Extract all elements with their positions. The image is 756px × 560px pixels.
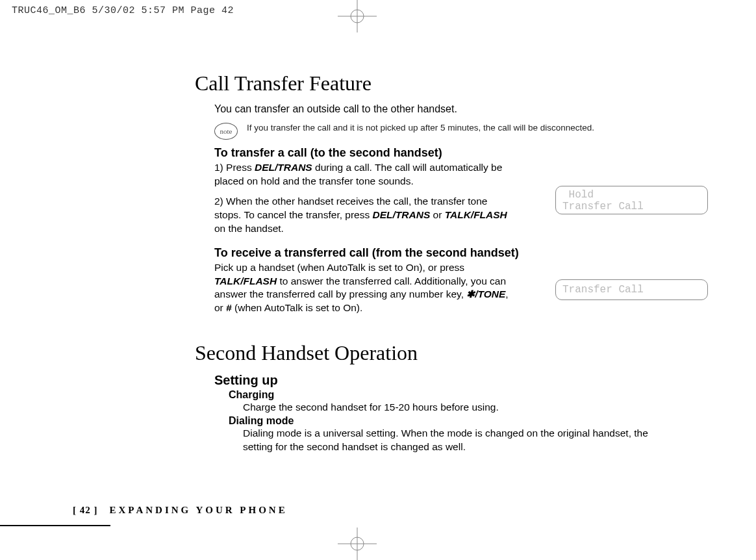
rcv-d: (when AutoTalk is set to On). xyxy=(232,302,363,313)
heading-dialing-mode: Dialing mode xyxy=(229,415,682,427)
heading-to-transfer: To transfer a call (to the second handse… xyxy=(214,146,682,160)
note-row: note If you transfer the call and it is … xyxy=(214,123,682,140)
receive-body: Pick up a handset (when AutoTalk is set … xyxy=(214,261,513,316)
section-title-second-handset: Second Handset Operation xyxy=(195,341,682,365)
page-number: [ 42 ] xyxy=(73,505,98,515)
lcd-transfer: Transfer Call xyxy=(555,279,708,300)
step1-prefix: 1) Press xyxy=(214,162,255,173)
note-text: If you transfer the call and it is not p… xyxy=(247,123,594,134)
step2-mid: or xyxy=(430,209,444,220)
rcv-key3: # xyxy=(226,302,232,313)
lcd-hold-transfer: Hold Transfer Call xyxy=(555,186,708,214)
step-1: 1) Press DEL/TRANS during a call. The ca… xyxy=(214,161,513,188)
rcv-a: Pick up a handset (when AutoTalk is set … xyxy=(214,262,464,273)
lcd1-line1: Hold xyxy=(562,189,701,201)
heading-to-receive: To receive a transferred call (from the … xyxy=(214,246,682,260)
step2-key2: TALK/FLASH xyxy=(445,209,507,220)
step-2: 2) When the other handset receives the c… xyxy=(214,195,513,236)
step2-key1: DEL/TRANS xyxy=(373,209,431,220)
step1-key: DEL/TRANS xyxy=(255,162,312,173)
footer: [ 42 ] EXPANDING YOUR PHONE xyxy=(73,504,288,516)
footer-label: EXPANDING YOUR PHONE xyxy=(110,505,288,515)
registration-mark-top xyxy=(338,0,377,32)
section-second-handset: Second Handset Operation Setting up Char… xyxy=(195,341,682,453)
lcd1-line2: Transfer Call xyxy=(562,201,701,212)
step2-rest: on the handset. xyxy=(214,223,284,234)
intro-text: You can transfer an outside call to the … xyxy=(214,103,682,115)
lcd2-line1: Transfer Call xyxy=(562,284,701,296)
page-content: Call Transfer Feature You can transfer a… xyxy=(195,71,682,453)
dialing-body: Dialing mode is a universal setting. Whe… xyxy=(243,427,672,453)
footer-rule xyxy=(0,525,110,526)
charging-body: Charge the second handset for 15-20 hour… xyxy=(243,401,672,414)
note-icon: note xyxy=(214,123,238,140)
rcv-key2: ✱/TONE xyxy=(466,288,505,299)
heading-setting-up: Setting up xyxy=(214,373,682,388)
heading-charging: Charging xyxy=(229,389,682,401)
rcv-key1: TALK/FLASH xyxy=(214,275,277,286)
print-slug: TRUC46_OM_B6 5/30/02 5:57 PM Page 42 xyxy=(0,0,756,21)
section-title-call-transfer: Call Transfer Feature xyxy=(195,71,682,95)
registration-mark-bottom xyxy=(338,528,377,560)
